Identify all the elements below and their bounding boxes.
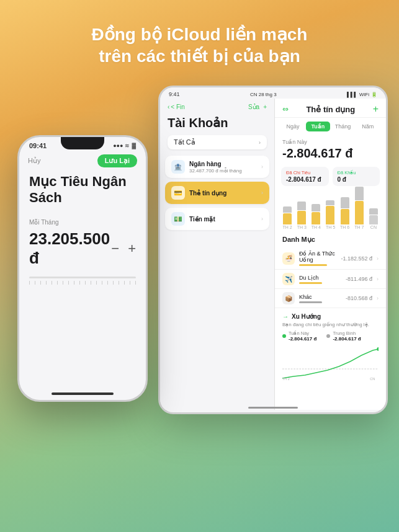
tick-17 [119, 281, 119, 285]
iphone-save-button[interactable]: Lưu Lại [97, 154, 137, 167]
food-bar [299, 264, 327, 266]
travel-info: Du Lịch [299, 275, 341, 284]
tick-10 [79, 281, 80, 285]
tick-13 [96, 281, 97, 285]
bar-gray-5 [341, 197, 349, 208]
signal-icon: ▌▌▌ [347, 92, 357, 97]
ipad-right-panel: ⇔ Thẻ tín dụng + Ngày Tuần Tháng Năm Tuầ… [275, 99, 386, 410]
stat-saved-value: 0 đ [338, 176, 375, 183]
stat-saved: Đã Khấu 0 đ [333, 167, 380, 186]
ipad-left-header: ‹ < Fin Sửa + [160, 99, 274, 113]
ipad-time: 9:41 [169, 91, 180, 97]
edit-button[interactable]: Sửa [248, 104, 259, 110]
stat-spent-label: Đã Chi Tiêu [286, 170, 324, 175]
legend-this-week-val: -2.804.617 đ [289, 336, 316, 342]
legend-this-week: Tuần Này -2.804.617 đ [282, 330, 316, 342]
iphone-slider-ticks [29, 281, 136, 285]
tick-15 [107, 281, 108, 285]
iphone-battery-icon: ▓ [132, 143, 136, 149]
header-title: Đồng bộ iCloud liền mạch trên các thiết … [25, 24, 374, 67]
food-name: Đồ Ăn & Thức Uống [299, 250, 336, 263]
week-amount: -2.804.617 đ [282, 146, 379, 161]
bar-th4: TH 4 [310, 193, 322, 229]
bar-yellow-2 [297, 211, 306, 224]
food-chevron-icon: › [377, 255, 379, 262]
trend-subtitle: Bạn đang chi tiêu giống như thường lệ. [282, 322, 379, 327]
svg-text:TH 2: TH 2 [282, 377, 290, 381]
tick-11 [85, 281, 86, 285]
iphone-status-bar: 09:41 ●●● ≋ ▓ [19, 137, 146, 151]
week-label: Tuần Này [282, 139, 379, 145]
bank-sub: 32.487.700 đ mỗi tháng [189, 168, 257, 174]
other-bar [299, 301, 322, 303]
back-chevron-icon: ‹ [168, 104, 169, 110]
filter-chevron-icon: › [259, 140, 261, 146]
stat-spent-value: -2.804.617 đ [286, 176, 324, 183]
category-food[interactable]: 🍜 Đồ Ăn & Thức Uống -1.182.552 đ › [275, 247, 386, 270]
battery-icon: 🔋 [371, 92, 377, 97]
add-credit-button[interactable]: + [373, 104, 379, 115]
travel-name: Du Lịch [299, 275, 341, 281]
add-account-button[interactable]: + [263, 104, 267, 110]
iphone-slider-track[interactable] [29, 277, 136, 278]
bank-chevron-icon: › [261, 164, 263, 170]
ipad-left-panel: ‹ < Fin Sửa + Tài Khoản Tất Cả › [160, 99, 275, 410]
category-other[interactable]: 📦 Khác -810.568 đ › [275, 289, 386, 308]
ipad-status-icons: ▌▌▌ WiFi 🔋 [347, 92, 377, 97]
legend-avg: Trung Bình -2.804.617 đ [326, 330, 361, 342]
tick-1 [29, 281, 30, 285]
account-info-cash: Tiền mặt [189, 216, 257, 223]
cash-icon: 💵 [171, 212, 185, 226]
tab-nam[interactable]: Năm [356, 122, 380, 131]
tick-8 [68, 281, 69, 285]
bank-name: Ngân hàng [189, 161, 257, 167]
tab-ngay[interactable]: Ngày [281, 122, 305, 131]
credit-chevron-icon: › [261, 190, 263, 196]
stepper-plus-button[interactable]: + [128, 241, 136, 257]
tick-9 [74, 281, 74, 285]
legend-this-week-info: Tuần Này -2.804.617 đ [289, 330, 316, 342]
legend-avg-val: -2.804.617 đ [333, 336, 361, 342]
ipad-screen: 9:41 CN 28 thg 3 ▌▌▌ WiFi 🔋 ‹ < Fin [160, 87, 386, 412]
iphone-each-month-label: Mỗi Tháng [19, 219, 146, 226]
tab-thang[interactable]: Tháng [331, 122, 355, 131]
credit-icon: 💳 [171, 186, 185, 200]
ipad-date: CN 28 thg 3 [250, 92, 277, 97]
bar-th7: TH 7 [353, 193, 365, 229]
account-item-cash[interactable]: 💵 Tiền mặt › [165, 208, 269, 230]
stepper-minus-button[interactable]: − [111, 241, 119, 257]
legend-dot-green [282, 334, 286, 338]
account-item-bank[interactable]: 🏦 Ngân hàng 32.487.700 đ mỗi tháng › [165, 156, 269, 178]
iphone-cancel-button[interactable]: Hủy [28, 157, 40, 165]
stat-spent: Đã Chi Tiêu -2.804.617 đ [281, 167, 329, 186]
bar-th2: TH 2 [281, 193, 294, 229]
tick-6 [57, 281, 58, 285]
food-amount: -1.182.552 đ [341, 255, 372, 262]
ipad-home-indicator [275, 407, 298, 409]
ipad-filter-pill[interactable]: Tất Cả › [168, 135, 267, 149]
tab-tuan[interactable]: Tuần [306, 122, 330, 131]
tick-5 [52, 281, 52, 285]
travel-chevron-icon: › [377, 276, 379, 282]
period-tabs: Ngày Tuần Tháng Năm [275, 118, 386, 135]
header-section: Đồng bộ iCloud liền mạch trên các thiết … [0, 0, 399, 79]
credit-name: Thẻ tín dụng [189, 190, 257, 197]
bar-chart: TH 2 TH 3 [275, 190, 386, 233]
category-travel[interactable]: ✈️ Du Lịch -811.496 đ › [275, 270, 386, 289]
other-name: Khác [299, 294, 341, 300]
bar-cn: CN [367, 193, 380, 229]
iphone-screen: 09:41 ●●● ≋ ▓ Hủy Lưu Lại Mục Tiêu Ngân … [19, 137, 146, 400]
iphone-device: 09:41 ●●● ≋ ▓ Hủy Lưu Lại Mục Tiêu Ngân … [17, 135, 148, 402]
header-line1: Đồng bộ iCloud liền mạch [92, 25, 308, 44]
bar-th6: TH 6 [339, 193, 351, 229]
tick-3 [40, 281, 41, 285]
account-item-credit[interactable]: 💳 Thẻ tín dụng › [165, 182, 269, 204]
ipad-back-button[interactable]: ‹ < Fin [168, 104, 185, 110]
tick-4 [46, 281, 47, 285]
other-info: Khác [299, 294, 341, 303]
legend-this-week-label: Tuần Này [289, 330, 316, 336]
iphone-nav: Hủy Lưu Lại [19, 151, 146, 170]
cash-chevron-icon: › [261, 216, 263, 222]
back-label: < Fin [171, 104, 185, 110]
travel-icon: ✈️ [282, 273, 295, 285]
